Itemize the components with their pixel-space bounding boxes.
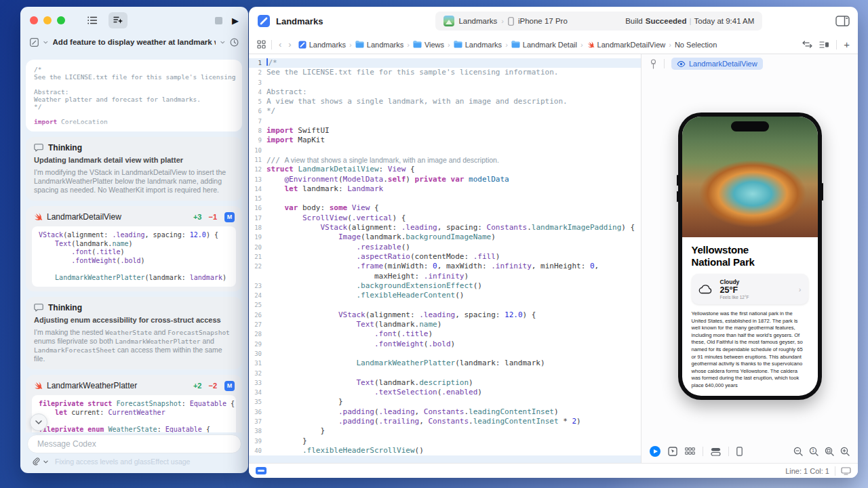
breadcrumb-item[interactable]: Landmarks [355, 41, 403, 49]
line-number[interactable]: 32 [249, 369, 267, 378]
editor-line[interactable]: 39 } [249, 436, 641, 446]
device-settings-icon[interactable] [736, 447, 743, 456]
variants-grid-icon[interactable] [685, 447, 695, 455]
editor-line[interactable]: 6*/ [249, 106, 641, 116]
editor-line[interactable]: 32 [249, 369, 641, 378]
line-number[interactable]: 27 [249, 320, 267, 329]
editor-options-icon[interactable] [819, 41, 829, 49]
editor-line[interactable]: 22 .frame(minWidth: 0, maxWidth: .infini… [249, 262, 641, 271]
edited-file-name[interactable]: LandmarkWeatherPlatter [47, 381, 189, 390]
chevron-down-icon[interactable] [43, 41, 48, 44]
editor-line[interactable]: 13 @Environment(ModelData.self) private … [249, 175, 641, 184]
line-number[interactable]: 23 [249, 281, 267, 291]
attach-menu-chevron-icon[interactable] [43, 460, 48, 464]
line-number[interactable]: 14 [249, 184, 267, 194]
pin-preview-icon[interactable] [650, 59, 657, 69]
line-number[interactable]: 35 [249, 397, 267, 407]
line-number[interactable]: 21 [249, 252, 267, 262]
line-number[interactable] [249, 272, 267, 281]
line-number[interactable]: 30 [249, 349, 267, 359]
line-number[interactable]: 11 [249, 155, 267, 165]
line-col-indicator[interactable]: Line: 1 Col: 1 [785, 467, 829, 475]
editor-line[interactable]: 5A view that shows a single landmark, wi… [249, 97, 641, 106]
editor-line[interactable]: 7 [249, 117, 641, 126]
breadcrumb-item[interactable]: Landmarks [454, 41, 502, 49]
build-status[interactable]: Build Succeeded | Today at 9:41 AM [625, 17, 754, 25]
breadcrumb-item[interactable]: LandmarkDetailView [587, 41, 666, 49]
line-number[interactable]: 19 [249, 232, 267, 242]
line-number[interactable]: 15 [249, 194, 267, 203]
editor-line[interactable]: 27 Text(landmark.name) [249, 320, 641, 329]
preview-tab[interactable]: LandmarkDetailView [671, 58, 763, 70]
editor-line[interactable]: 3 [249, 78, 641, 87]
zoom-window-button[interactable] [57, 16, 65, 24]
line-number[interactable]: 20 [249, 243, 267, 252]
editor-line[interactable]: 1/* [249, 58, 641, 68]
line-number[interactable]: 25 [249, 300, 267, 310]
editor-line[interactable]: 31 LandmarkWeatherPlatter(landmark: land… [249, 359, 641, 368]
editor-line[interactable]: 2See the LICENSE.txt file for this sampl… [249, 68, 641, 77]
breadcrumb-item[interactable]: Views [413, 41, 444, 49]
line-number[interactable]: 5 [249, 97, 267, 106]
session-list-icon[interactable] [83, 12, 102, 28]
inspector-toggle-icon[interactable] [835, 16, 850, 26]
line-number[interactable]: 24 [249, 291, 267, 300]
run-button[interactable]: ▶ [232, 16, 239, 25]
editor-line[interactable]: 23 .backgroundExtensionEffect() [249, 281, 641, 291]
selectable-mode-icon[interactable] [668, 447, 677, 456]
zoom-100-icon[interactable]: 1 [809, 447, 818, 456]
line-number[interactable]: 9 [249, 136, 267, 145]
zoom-out-icon[interactable] [793, 447, 803, 456]
code-editor[interactable]: 1/*2See the LICENSE.txt file for this sa… [249, 54, 641, 463]
destination-name[interactable]: iPhone 17 Pro [518, 17, 568, 25]
line-number[interactable]: 36 [249, 407, 267, 417]
line-number[interactable]: 34 [249, 388, 267, 397]
line-number[interactable]: 31 [249, 359, 267, 368]
compose-sparkle-icon[interactable] [108, 12, 127, 28]
scheme-name[interactable]: Landmarks [458, 17, 497, 25]
editor-line[interactable]: 40 .flexibleHeaderScrollView() [249, 446, 641, 455]
editor-line[interactable]: 20 .resizable() [249, 243, 641, 252]
editor-line[interactable]: 12struct LandmarkDetailView: View { [249, 165, 641, 174]
stop-button[interactable] [215, 17, 222, 24]
scroll-to-bottom-button[interactable] [30, 413, 47, 431]
editor-line[interactable]: 25 [249, 300, 641, 310]
editor-line[interactable]: 34 .textSelection(.enabled) [249, 388, 641, 397]
codex-conversation[interactable]: /*See the LICENSE.txt file for this samp… [26, 60, 242, 432]
line-number[interactable]: 38 [249, 426, 267, 436]
editor-line[interactable]: 30 [249, 349, 641, 359]
display-icon[interactable] [841, 467, 851, 475]
line-number[interactable]: 40 [249, 446, 267, 455]
line-number[interactable]: 6 [249, 106, 267, 116]
line-number[interactable]: 39 [249, 436, 267, 446]
line-number[interactable]: 7 [249, 117, 267, 126]
line-number[interactable]: 26 [249, 310, 267, 320]
session-header[interactable]: Add feature to display weather at landma… [20, 34, 248, 50]
line-number[interactable]: 16 [249, 203, 267, 213]
line-number[interactable]: 13 [249, 175, 267, 184]
add-editor-button[interactable]: + [844, 39, 850, 50]
zoom-in-icon[interactable] [840, 447, 850, 456]
editor-line[interactable]: 4Abstract: [249, 87, 641, 97]
swap-editor-icon[interactable] [802, 41, 812, 48]
live-preview-button[interactable] [650, 446, 660, 457]
editor-line[interactable]: 24 .flexibleHeaderContent() [249, 291, 641, 300]
chevron-down-icon[interactable] [220, 41, 225, 44]
line-number[interactable]: 2 [249, 68, 267, 77]
editor-line[interactable]: 33 Text(landmark.description) [249, 378, 641, 388]
editor-line[interactable]: 18 VStack(alignment: .leading, spacing: … [249, 223, 641, 232]
editor-line[interactable]: 29 .fontWeight(.bold) [249, 340, 641, 349]
line-number[interactable]: 18 [249, 223, 267, 232]
editor-line[interactable]: 37 .padding(.trailing, Constants.leading… [249, 417, 641, 426]
line-number[interactable]: 10 [249, 146, 267, 155]
editor-line[interactable]: 9import MapKit [249, 136, 641, 145]
editor-line[interactable]: 10 [249, 146, 641, 155]
line-number[interactable]: 22 [249, 262, 267, 271]
line-number[interactable]: 8 [249, 126, 267, 136]
editor-line[interactable]: 17 ScrollView(.vertical) { [249, 214, 641, 223]
message-input[interactable] [27, 434, 241, 453]
line-number[interactable]: 33 [249, 378, 267, 388]
line-number[interactable]: 4 [249, 87, 267, 97]
editor-line[interactable]: 8import SwiftUI [249, 126, 641, 136]
breadcrumb-item[interactable]: Landmark Detail [511, 41, 577, 49]
